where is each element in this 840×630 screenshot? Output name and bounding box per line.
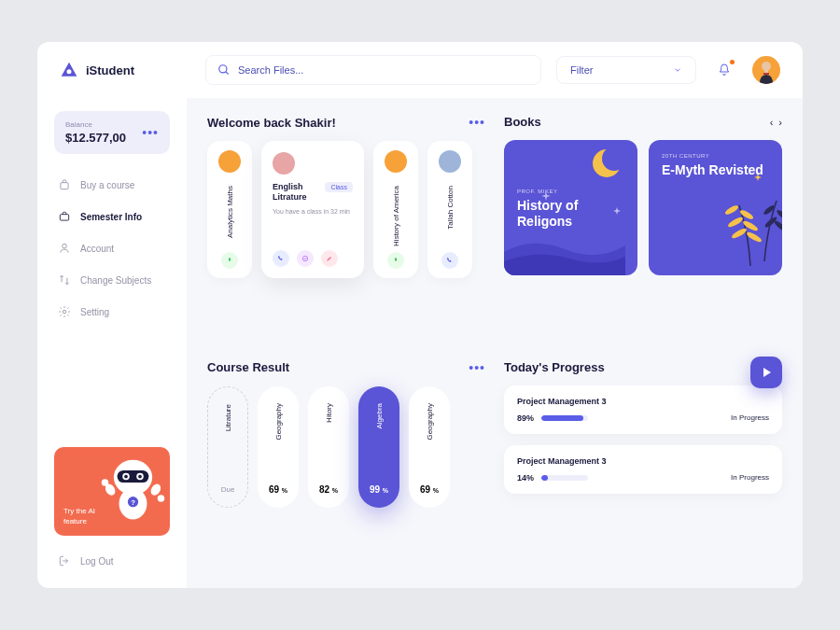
result-value: Due <box>221 485 235 494</box>
swap-icon <box>58 273 71 287</box>
result-pill[interactable]: Litrature Due <box>207 386 248 508</box>
nav-change-subjects[interactable]: Change Subjects <box>54 266 170 294</box>
results-list: Litrature Due Geography 69 % Hitory 82 %… <box>207 386 485 508</box>
svg-point-26 <box>724 203 740 216</box>
books-section: Books ‹ › PROF. MIKEY History of Religon… <box>504 115 782 342</box>
nav-label: Change Subjects <box>80 275 151 286</box>
bell-icon <box>717 63 732 77</box>
mic-icon[interactable] <box>221 252 238 269</box>
result-subject: Litrature <box>224 404 232 431</box>
svg-point-28 <box>731 227 749 240</box>
main-content: Welcome back Shakir! ••• Analytics Maths… <box>187 98 803 588</box>
svg-rect-25 <box>395 258 397 260</box>
progress-status: In Progress <box>731 413 769 422</box>
balance-label: Balance <box>65 120 126 129</box>
book-card[interactable]: 20TH CENTURY E-Myth Revisted <box>649 140 782 275</box>
result-pill-active[interactable]: Algebra 99 % <box>358 386 399 508</box>
play-button[interactable] <box>750 357 782 388</box>
books-list: PROF. MIKEY History of Religons 20TH CEN… <box>504 140 782 275</box>
result-value: 99 % <box>370 484 388 495</box>
nav-account[interactable]: Account <box>54 234 170 262</box>
mic-icon[interactable] <box>387 252 404 269</box>
nav-buy-course[interactable]: Buy a course <box>54 171 170 199</box>
pencil-icon[interactable] <box>321 250 338 267</box>
balance-menu[interactable]: ••• <box>142 125 159 140</box>
svg-point-20 <box>149 483 163 497</box>
class-card[interactable]: Tallah Cotton <box>427 141 472 278</box>
notification-bell[interactable] <box>711 57 737 83</box>
class-name: Tallah Cotton <box>446 186 455 230</box>
books-prev[interactable]: ‹ <box>770 117 774 128</box>
results-section: Course Result ••• Litrature Due Geograph… <box>207 360 485 571</box>
logo: iStudent <box>60 61 134 79</box>
nav-label: Semester Info <box>80 212 142 222</box>
svg-point-9 <box>63 310 66 314</box>
nav-label: Setting <box>80 307 109 317</box>
search-icon <box>217 63 231 77</box>
class-name: Analytics Maths <box>226 186 234 238</box>
teacher-avatar <box>439 150 461 173</box>
chevron-down-icon <box>673 65 682 75</box>
filter-label: Filter <box>570 64 593 76</box>
progress-percent: 89% <box>517 413 534 423</box>
progress-section: Today's Progress Project Management 3 89… <box>504 360 782 571</box>
class-card[interactable]: History of America <box>373 141 418 278</box>
results-menu[interactable]: ••• <box>469 360 485 375</box>
results-title: Course Result <box>207 360 289 374</box>
book-author: 20TH CENTURY <box>662 153 769 159</box>
result-pill[interactable]: Geography 69 % <box>258 386 299 508</box>
search-input[interactable] <box>238 64 529 76</box>
nav-setting[interactable]: Setting <box>54 298 170 326</box>
result-subject: Hitory <box>325 403 333 423</box>
svg-rect-5 <box>763 73 769 75</box>
result-pill[interactable]: Hitory 82 % <box>308 386 349 508</box>
books-next[interactable]: › <box>778 117 782 128</box>
balance-value: $12.577,00 <box>65 131 126 145</box>
svg-point-0 <box>67 69 72 74</box>
svg-point-1 <box>219 65 227 73</box>
svg-line-2 <box>226 72 229 75</box>
progress-card[interactable]: Project Management 3 89% In Progress <box>504 385 782 434</box>
nav-semester-info[interactable]: Semester Info <box>54 203 170 231</box>
class-card-active[interactable]: English Litrature Class You have a class… <box>261 141 364 278</box>
svg-point-8 <box>63 244 67 248</box>
teacher-avatar <box>218 150 241 173</box>
welcome-menu[interactable]: ••• <box>469 115 485 130</box>
phone-icon[interactable] <box>441 252 458 269</box>
teacher-avatar <box>273 152 295 175</box>
svg-text:?: ? <box>131 498 135 507</box>
book-card[interactable]: PROF. MIKEY History of Religons <box>504 140 637 275</box>
leaves-decoration <box>704 177 782 271</box>
filter-dropdown[interactable]: Filter <box>556 56 696 84</box>
result-value: 82 % <box>319 484 338 495</box>
logout-label: Log Out <box>80 556 114 567</box>
result-subject: Geography <box>274 403 283 441</box>
search-box[interactable] <box>205 55 541 85</box>
progress-percent: 14% <box>517 473 534 483</box>
user-avatar[interactable] <box>752 56 780 84</box>
logout-icon <box>58 554 71 567</box>
phone-icon[interactable] <box>273 250 289 267</box>
sparkle-icon <box>754 174 762 181</box>
book-title: E-Myth Revisted <box>662 162 769 178</box>
result-pill[interactable]: Geography 69 % <box>409 386 450 508</box>
header: iStudent Filter <box>37 42 803 98</box>
svg-point-24 <box>302 256 307 260</box>
ai-promo-card[interactable]: ? Try the AI feature <box>54 447 170 536</box>
progress-card[interactable]: Project Management 3 14% In Progress <box>504 445 782 494</box>
class-card[interactable]: Analytics Maths <box>207 141 252 278</box>
logout-button[interactable]: Log Out <box>54 547 170 575</box>
sparkle-icon <box>613 207 621 215</box>
class-name: English Litrature <box>273 182 325 203</box>
check-icon[interactable] <box>297 250 314 267</box>
class-subtitle: You have a class in 32 min <box>273 208 350 215</box>
progress-bar <box>541 415 588 421</box>
svg-rect-7 <box>60 215 68 220</box>
user-icon <box>58 242 71 255</box>
app-window: iStudent Filter Balance $12.577,00 ••• <box>37 42 803 588</box>
progress-title: Today's Progress <box>504 360 605 374</box>
body: Balance $12.577,00 ••• Buy a course Seme… <box>37 98 803 588</box>
svg-point-27 <box>727 216 745 229</box>
svg-point-22 <box>158 495 165 502</box>
welcome-section: Welcome back Shakir! ••• Analytics Maths… <box>207 115 485 342</box>
